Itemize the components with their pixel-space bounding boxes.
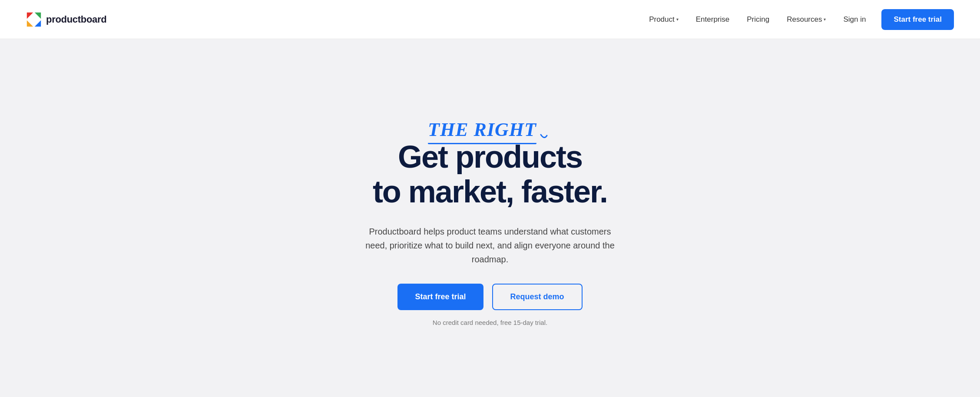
signin-link[interactable]: Sign in (836, 12, 873, 27)
nav-cta-button[interactable]: Start free trial (881, 9, 954, 30)
svg-marker-1 (35, 20, 41, 26)
hero-subtitle: Productboard helps product teams underst… (360, 225, 620, 266)
hero-main-heading: Get products to market, faster. (373, 140, 607, 208)
hero-section: THE RIGHT Get products to market, faster… (0, 39, 980, 397)
nav-item-product[interactable]: Product ▾ (642, 12, 685, 27)
hero-buttons: Start free trial Request demo (397, 284, 582, 310)
chevron-down-icon: ▾ (824, 17, 826, 22)
hero-disclaimer: No credit card needed, free 15-day trial… (433, 319, 547, 326)
hero-cta-primary-button[interactable]: Start free trial (397, 284, 483, 310)
hero-cta-secondary-button[interactable]: Request demo (492, 284, 583, 310)
svg-marker-2 (27, 20, 33, 26)
logo-icon (26, 12, 42, 27)
logo-text: productboard (46, 14, 106, 25)
hero-headline: THE RIGHT Get products to market, faster… (373, 119, 607, 208)
swoosh-checkmark-icon (539, 128, 552, 141)
navigation: productboard Product ▾ Enterprise Pricin… (0, 0, 980, 39)
nav-links: Product ▾ Enterprise Pricing Resources ▾… (642, 9, 954, 30)
svg-marker-3 (35, 12, 41, 18)
svg-marker-0 (27, 12, 33, 18)
logo-link[interactable]: productboard (26, 12, 106, 27)
chevron-down-icon: ▾ (676, 17, 679, 22)
hero-handwritten-text: THE RIGHT (428, 119, 536, 144)
nav-item-pricing[interactable]: Pricing (740, 12, 776, 27)
nav-item-resources[interactable]: Resources ▾ (780, 12, 833, 27)
nav-item-enterprise[interactable]: Enterprise (689, 12, 736, 27)
